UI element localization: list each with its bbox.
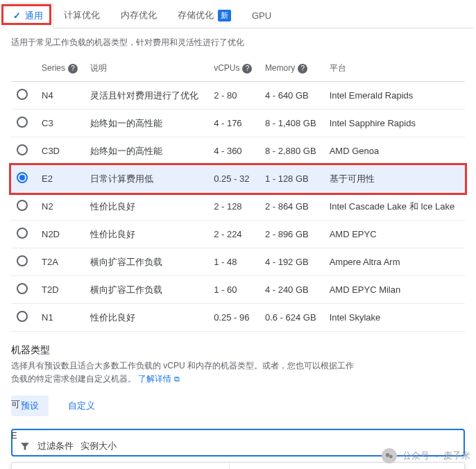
vcpus-cell: 0.25 - 96 bbox=[208, 304, 260, 332]
platform-cell: AMD EPYC bbox=[324, 221, 465, 248]
external-link-icon: ⧉ bbox=[174, 375, 180, 383]
table-row[interactable]: C3始终如一的高性能4 - 1768 - 1,408 GBIntel Sapph… bbox=[11, 110, 465, 137]
vcpus-cell: 4 - 360 bbox=[208, 137, 260, 165]
desc-cell: 性价比良好 bbox=[85, 193, 208, 221]
vcpus-cell: 0.25 - 32 bbox=[208, 165, 260, 193]
series-table: Series? 说明 vCPUs? Memory? 平台 N4灵活且针对费用进行… bbox=[11, 56, 465, 332]
series-cell: C3D bbox=[36, 137, 85, 165]
desc-cell: 日常计算费用低 bbox=[85, 165, 208, 193]
tabs-bar: ✓ 通用 计算优化 内存优化 存储优化 新 GPU bbox=[3, 3, 473, 28]
memory-cell: 4 - 240 GB bbox=[260, 276, 324, 304]
platform-cell: AMD EPYC Milan bbox=[324, 276, 465, 304]
memory-cell: 8 - 2,880 GB bbox=[260, 137, 324, 165]
svg-point-0 bbox=[386, 453, 390, 457]
filter-label: 过滤条件 bbox=[37, 440, 74, 452]
desc-cell: 性价比良好 bbox=[85, 221, 208, 248]
desc-cell: 横向扩容工作负载 bbox=[85, 248, 208, 276]
help-icon[interactable]: ? bbox=[298, 64, 307, 74]
filter-icon bbox=[19, 441, 31, 452]
table-row[interactable]: N2D性价比良好2 - 2242 - 896 GBAMD EPYC bbox=[11, 221, 465, 248]
series-cell: C3 bbox=[36, 110, 85, 137]
table-row[interactable]: T2A横向扩容工作负载1 - 484 - 192 GBAmpere Altra … bbox=[11, 248, 465, 276]
th-memory: Memory? bbox=[260, 56, 324, 82]
new-badge: 新 bbox=[218, 10, 231, 22]
tab-description: 适用于常见工作负载的机器类型，针对费用和灵活性进行了优化 bbox=[0, 28, 476, 56]
radio-button[interactable] bbox=[17, 228, 28, 239]
series-cell: N2D bbox=[36, 221, 85, 248]
machine-type-desc: 选择具有预设数且适合大多数工作负载的 vCPU 和内存的机器类型。或者，您也可以… bbox=[0, 359, 476, 386]
table-row[interactable]: E2日常计算费用低0.25 - 321 - 128 GB基于可用性 bbox=[11, 165, 465, 193]
vcpus-cell: 1 - 60 bbox=[208, 276, 260, 304]
check-icon: ✓ bbox=[13, 10, 21, 21]
radio-button[interactable] bbox=[17, 117, 28, 128]
instance-list: e2-micro 0.25-2 个 vCPU（1 个共享核心），1 GB 内存 … bbox=[229, 463, 464, 469]
memory-cell: 2 - 864 GB bbox=[260, 193, 324, 221]
vcpus-cell: 2 - 80 bbox=[208, 82, 260, 110]
th-desc: 说明 bbox=[85, 56, 208, 82]
platform-cell: Intel Emerald Rapids bbox=[324, 82, 465, 110]
table-row[interactable]: T2D横向扩容工作负载1 - 604 - 240 GBAMD EPYC Mila… bbox=[11, 276, 465, 304]
help-icon[interactable]: ? bbox=[68, 64, 78, 74]
vcpus-cell: 4 - 176 bbox=[208, 110, 260, 137]
preset-custom-toggle: 预设 自定义 bbox=[0, 386, 476, 426]
memory-cell: 4 - 192 GB bbox=[260, 248, 324, 276]
tab-compute[interactable]: 计算优化 bbox=[53, 3, 110, 28]
platform-cell: Intel Sapphire Rapids bbox=[324, 110, 465, 137]
table-row[interactable]: C3D始终如一的高性能4 - 3608 - 2,880 GBAMD Genoa bbox=[11, 137, 465, 165]
radio-button[interactable] bbox=[17, 144, 28, 155]
series-cell: T2A bbox=[36, 248, 85, 276]
table-row[interactable]: N4灵活且针对费用进行了优化2 - 804 - 640 GBIntel Emer… bbox=[11, 82, 465, 110]
series-cell: N1 bbox=[36, 304, 85, 332]
radio-button[interactable] bbox=[17, 89, 28, 100]
truncated-text: 可 bbox=[0, 398, 20, 411]
vcpus-cell: 1 - 48 bbox=[208, 248, 260, 276]
desc-cell: 横向扩容工作负载 bbox=[85, 276, 208, 304]
tab-storage[interactable]: 存储优化 新 bbox=[167, 3, 241, 28]
th-vcpus: vCPUs? bbox=[208, 56, 260, 82]
vcpus-cell: 2 - 128 bbox=[208, 193, 260, 221]
desc-cell: 灵活且针对费用进行了优化 bbox=[85, 82, 208, 110]
memory-cell: 4 - 640 GB bbox=[260, 82, 324, 110]
custom-button[interactable]: 自定义 bbox=[58, 395, 105, 416]
table-row[interactable]: N2性价比良好2 - 1282 - 864 GBIntel Cascade La… bbox=[11, 193, 465, 221]
series-cell: N4 bbox=[36, 82, 85, 110]
machine-type-title: 机器类型 bbox=[0, 332, 476, 359]
filter-value: 实例大小 bbox=[80, 440, 117, 452]
tab-memory[interactable]: 内存优化 bbox=[110, 3, 167, 28]
series-cell: T2D bbox=[36, 276, 85, 304]
memory-cell: 1 - 128 GB bbox=[260, 165, 324, 193]
learn-more-link[interactable]: 了解详情 ⧉ bbox=[138, 374, 179, 384]
platform-cell: AMD Genoa bbox=[324, 137, 465, 165]
th-series: Series? bbox=[36, 56, 85, 82]
table-row[interactable]: N1性价比良好0.25 - 960.6 - 624 GBIntel Skylak… bbox=[11, 304, 465, 332]
platform-cell: Intel Skylake bbox=[324, 304, 465, 332]
platform-cell: Ampere Altra Arm bbox=[324, 248, 465, 276]
svg-point-1 bbox=[389, 455, 393, 459]
help-icon[interactable]: ? bbox=[242, 64, 252, 74]
wechat-icon bbox=[382, 448, 397, 463]
platform-cell: Intel Cascade Lake 和 Ice Lake bbox=[324, 193, 465, 221]
series-cell: N2 bbox=[36, 193, 85, 221]
radio-button[interactable] bbox=[17, 311, 28, 322]
tab-gpu[interactable]: GPU bbox=[241, 3, 282, 28]
desc-cell: 性价比良好 bbox=[85, 304, 208, 332]
memory-cell: 0.6 - 624 GB bbox=[260, 304, 324, 332]
memory-cell: 2 - 896 GB bbox=[260, 221, 324, 248]
radio-button[interactable] bbox=[17, 283, 28, 294]
truncated-text: E bbox=[0, 430, 17, 441]
watermark: 公众号 · 麦子米 bbox=[382, 448, 470, 463]
category-list: 共享核心 › 标准 高内存 高 CPU bbox=[12, 463, 229, 469]
radio-button[interactable] bbox=[17, 200, 28, 211]
tab-label: 通用 bbox=[25, 10, 43, 22]
memory-cell: 8 - 1,408 GB bbox=[260, 110, 324, 137]
tab-general[interactable]: ✓ 通用 bbox=[3, 3, 53, 28]
radio-button[interactable] bbox=[17, 255, 28, 266]
platform-cell: 基于可用性 bbox=[324, 165, 465, 193]
series-cell: E2 bbox=[36, 165, 85, 193]
desc-cell: 始终如一的高性能 bbox=[85, 137, 208, 165]
radio-button[interactable] bbox=[17, 172, 28, 183]
desc-cell: 始终如一的高性能 bbox=[85, 110, 208, 137]
th-platform: 平台 bbox=[324, 56, 465, 82]
vcpus-cell: 2 - 224 bbox=[208, 221, 260, 248]
